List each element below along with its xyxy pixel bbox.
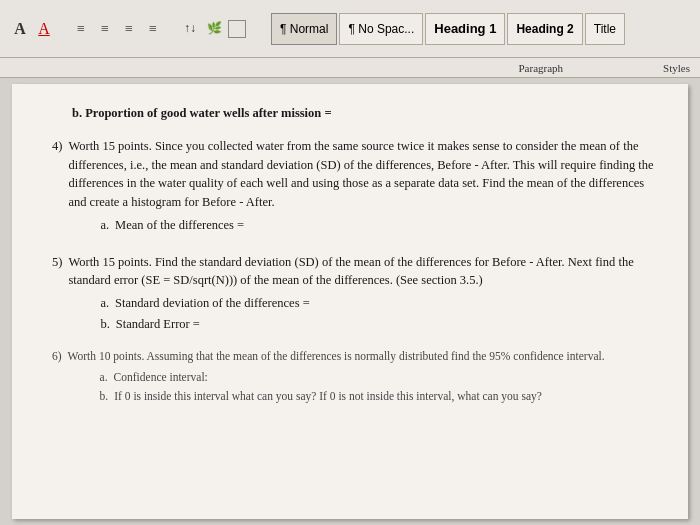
item-6a-label: a. (100, 369, 108, 386)
item-6-sublist: a. Confidence interval: b. If 0 is insid… (100, 369, 656, 406)
item-5a: a. Standard deviation of the differences… (100, 294, 656, 313)
item-5b: b. Standard Error = (100, 315, 656, 334)
item-4: 4) Worth 15 points. Since you collected … (52, 137, 656, 237)
style-heading2-btn[interactable]: Heading 2 (507, 13, 582, 45)
item-5-content: Worth 15 points. Find the standard devia… (68, 253, 656, 336)
list-icon[interactable]: ↑↓ (180, 19, 200, 39)
item-5-sublist: a. Standard deviation of the differences… (100, 294, 656, 334)
align-left-icon[interactable]: ≡ (71, 19, 91, 39)
item-4a: a. Mean of the differences = (100, 216, 656, 235)
item-4-number: 4) (52, 137, 62, 237)
style-title-btn[interactable]: Title (585, 13, 625, 45)
spacer1 (52, 241, 656, 253)
item-6-content: Worth 10 points. Assuming that the mean … (68, 348, 656, 408)
text-color-icon[interactable]: A (34, 19, 54, 39)
style-normal-btn[interactable]: ¶ Normal (271, 13, 337, 45)
align-center-icon[interactable]: ≡ (95, 19, 115, 39)
paragraph-label: Paragraph (519, 62, 564, 74)
item-5-number: 5) (52, 253, 62, 336)
section-b-label: b. (72, 106, 82, 120)
item-5a-label: a. (100, 294, 109, 313)
section-b: b. Proportion of good water wells after … (72, 104, 656, 123)
item-6-text: Worth 10 points. Assuming that the mean … (68, 350, 605, 362)
item-6a: a. Confidence interval: (100, 369, 656, 386)
item-6: 6) Worth 10 points. Assuming that the me… (52, 348, 656, 408)
styles-label: Styles (663, 62, 690, 74)
item-4a-text: Mean of the differences = (115, 216, 244, 235)
ribbon-labels-row: Paragraph Styles (0, 58, 700, 78)
toolbar: A A ≡ ≡ ≡ ≡ ↑↓ 🌿 ¶ Normal ¶ No Spac... H… (0, 0, 700, 58)
item-4a-label: a. (100, 216, 109, 235)
spacer2 (52, 340, 656, 348)
document-area: b. Proportion of good water wells after … (0, 78, 700, 525)
item-5-text: Worth 15 points. Find the standard devia… (68, 255, 633, 288)
item-4-text: Worth 15 points. Since you collected wat… (68, 139, 653, 209)
item-5a-text: Standard deviation of the differences = (115, 294, 310, 313)
item-5: 5) Worth 15 points. Find the standard de… (52, 253, 656, 336)
item-5b-label: b. (100, 315, 109, 334)
item-6b-text: If 0 is inside this interval what can yo… (114, 388, 542, 405)
toolbar-left: A A ≡ ≡ ≡ ≡ ↑↓ 🌿 (4, 0, 265, 57)
section-b-text: Proportion of good water wells after mis… (85, 106, 331, 120)
style-no-spacing-btn[interactable]: ¶ No Spac... (339, 13, 423, 45)
item-6a-text: Confidence interval: (114, 369, 208, 386)
item-6b: b. If 0 is inside this interval what can… (100, 388, 656, 405)
item-4-content: Worth 15 points. Since you collected wat… (68, 137, 656, 237)
align-right-icon[interactable]: ≡ (119, 19, 139, 39)
item-6b-label: b. (100, 388, 109, 405)
indent-icon[interactable]: 🌿 (204, 19, 224, 39)
style-heading1-btn[interactable]: Heading 1 (425, 13, 505, 45)
font-icon[interactable]: A (10, 19, 30, 39)
item-5b-text: Standard Error = (116, 315, 200, 334)
align-justify-icon[interactable]: ≡ (143, 19, 163, 39)
styles-area: ¶ Normal ¶ No Spac... Heading 1 Heading … (265, 0, 696, 57)
item-6-number: 6) (52, 348, 62, 408)
document-page: b. Proportion of good water wells after … (12, 84, 688, 519)
border-icon[interactable] (228, 20, 246, 38)
item-4-sublist: a. Mean of the differences = (100, 216, 656, 235)
